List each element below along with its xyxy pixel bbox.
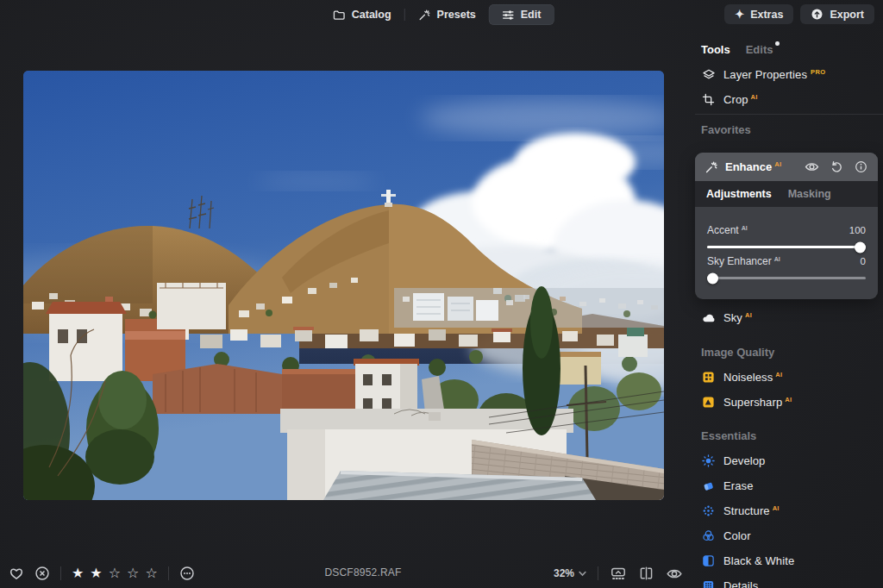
layers-icon: [701, 68, 716, 82]
sliders-icon: [502, 9, 515, 22]
eraser-icon: [701, 479, 716, 492]
ai-badge: AI: [751, 93, 758, 101]
bottom-toolbar: ★ ★ ☆ ☆ ☆ DSCF8952.RAF 32%: [0, 559, 695, 588]
sky-enhancer-slider-knob[interactable]: [707, 272, 718, 284]
noiseless-icon: [701, 371, 716, 384]
enhance-panel-header[interactable]: EnhanceAI: [695, 153, 878, 181]
sidebar-item-details[interactable]: Details: [695, 573, 883, 588]
sidebar-item-layer-properties[interactable]: Layer PropertiesPRO: [695, 62, 883, 87]
extras-label: Extras: [750, 9, 783, 21]
info-icon[interactable]: [855, 160, 867, 173]
top-right-actions: ✦ Extras Export: [724, 4, 874, 24]
sidebar-item-noiseless[interactable]: NoiselessAI: [695, 365, 883, 390]
sky-enhancer-slider[interactable]: [707, 277, 866, 279]
pro-badge: PRO: [811, 68, 825, 76]
tab-catalog[interactable]: Catalog: [320, 4, 404, 25]
sidebar-tabs: Tools Edits: [695, 37, 883, 62]
sparkle-icon: ✦: [735, 9, 744, 20]
supersharp-label: SupersharpAI: [723, 396, 792, 409]
sidebar-item-structure[interactable]: StructureAI: [695, 498, 883, 523]
tab-presets-label: Presets: [437, 9, 476, 21]
tab-catalog-label: Catalog: [352, 9, 391, 21]
structure-burst-icon: [701, 504, 716, 517]
layer-properties-label: Layer PropertiesPRO: [723, 68, 825, 81]
tab-tools[interactable]: Tools: [701, 43, 730, 56]
bottom-separator: [598, 566, 598, 580]
sidebar-item-develop[interactable]: Develop: [695, 448, 883, 473]
tab-edit[interactable]: Edit: [489, 4, 554, 25]
color-label: Color: [723, 529, 751, 542]
photo-image: [23, 71, 664, 500]
zoom-level-value: 32%: [554, 567, 574, 579]
details-label: Details: [723, 579, 758, 588]
tab-adjustments[interactable]: Adjustments: [706, 188, 772, 200]
sidebar-item-sky[interactable]: SkyAI: [695, 305, 883, 330]
color-wheel-icon: [701, 529, 716, 542]
top-toolbar: Catalog Presets Edit ✦ Extras: [0, 0, 883, 29]
accent-slider-label: AccentAI: [707, 224, 748, 236]
compare-before-after-icon[interactable]: [638, 566, 654, 581]
preview-eye-icon[interactable]: [666, 566, 683, 582]
visibility-eye-icon[interactable]: [805, 160, 819, 174]
cloud-icon: [701, 311, 716, 325]
enhance-title: EnhanceAI: [725, 160, 781, 173]
structure-label: StructureAI: [723, 504, 780, 517]
supersharp-icon: [701, 396, 716, 409]
accent-slider-value: 100: [849, 225, 866, 235]
sky-enhancer-slider-label: Sky EnhancerAI: [707, 255, 780, 267]
filmstrip-panel-icon[interactable]: [610, 566, 627, 581]
black-white-icon: [701, 554, 716, 567]
sun-icon: [701, 454, 716, 467]
edit-sidebar: Tools Edits Layer PropertiesPRO CropAI F…: [695, 33, 883, 588]
ai-badge: AI: [774, 160, 781, 168]
enhance-tabs: Adjustments Masking: [695, 181, 878, 207]
export-button[interactable]: Export: [800, 4, 874, 24]
presets-wand-icon: [418, 9, 431, 22]
enhance-panel: EnhanceAI A: [695, 153, 878, 299]
zoom-level-dropdown[interactable]: 32%: [554, 567, 586, 579]
edits-notification-dot: [775, 41, 780, 46]
crop-icon: [701, 93, 716, 106]
sidebar-item-crop[interactable]: CropAI: [695, 87, 883, 112]
tab-masking[interactable]: Masking: [788, 188, 831, 200]
sidebar-item-color[interactable]: Color: [695, 523, 883, 548]
undo-icon[interactable]: [830, 160, 843, 173]
sidebar-item-black-white[interactable]: Black & White: [695, 548, 883, 573]
extras-button[interactable]: ✦ Extras: [724, 4, 793, 24]
sidebar-item-supersharp[interactable]: SupersharpAI: [695, 390, 883, 415]
noiseless-label: NoiselessAI: [723, 371, 782, 384]
accent-slider[interactable]: [707, 246, 866, 248]
develop-label: Develop: [723, 454, 765, 467]
sky-label: SkyAI: [723, 311, 752, 324]
favorites-header: Favorites: [695, 117, 883, 142]
tab-edit-label: Edit: [521, 9, 542, 21]
enhance-body: AccentAI 100 Sky EnhancerAI 0: [695, 207, 878, 299]
sidebar-item-erase[interactable]: Erase: [695, 473, 883, 498]
tab-presets[interactable]: Presets: [405, 4, 489, 25]
favorite-heart-icon[interactable]: [9, 566, 24, 581]
crop-label: CropAI: [723, 93, 758, 106]
details-grid-icon: [701, 579, 716, 588]
erase-label: Erase: [723, 479, 753, 492]
chevron-down-icon: [579, 571, 586, 577]
image-quality-header: Image Quality: [695, 340, 883, 365]
export-label: Export: [830, 9, 864, 21]
folder-icon: [333, 9, 346, 22]
photo-canvas[interactable]: [23, 71, 664, 500]
enhance-icon: [705, 160, 718, 174]
tab-edits[interactable]: Edits: [746, 43, 773, 56]
sky-enhancer-slider-value: 0: [861, 256, 866, 266]
sidebar-divider: [695, 114, 883, 115]
export-icon: [811, 8, 824, 21]
essentials-header: Essentials: [695, 423, 883, 448]
view-switcher: Catalog Presets Edit: [320, 4, 554, 25]
black-white-label: Black & White: [723, 554, 794, 567]
accent-slider-knob[interactable]: [855, 241, 866, 253]
